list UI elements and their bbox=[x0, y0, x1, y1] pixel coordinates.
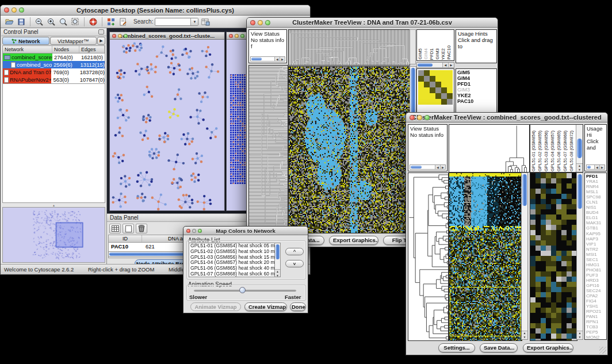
gene-label[interactable]: PHO81 bbox=[586, 267, 605, 273]
gene-label[interactable]: KAP95 bbox=[586, 231, 605, 236]
gene-label[interactable]: TCB3 bbox=[586, 324, 605, 329]
col-edges[interactable]: Edges bbox=[79, 46, 105, 53]
treeview1-titlebar[interactable]: ClusterMaker TreeView : DNA and Tran 07-… bbox=[247, 18, 498, 28]
column-label[interactable]: GPL51-04 (GSM857) bbox=[550, 131, 556, 171]
gene-label[interactable]: PFD1 bbox=[586, 174, 605, 179]
gene-label[interactable]: VIP1 bbox=[586, 242, 605, 247]
col-id[interactable]: ID bbox=[109, 235, 142, 242]
float-panel-icon[interactable] bbox=[98, 29, 104, 35]
matrix-row-label[interactable]: YKE2 bbox=[457, 93, 495, 98]
usage-hints-scrollbar[interactable]: ◀▶ bbox=[586, 164, 605, 170]
save-data-button[interactable]: Save Data... bbox=[480, 343, 518, 352]
column-label[interactable]: GPL51-08 (GSM872) bbox=[569, 131, 575, 171]
row-dendrogram[interactable] bbox=[248, 65, 288, 233]
gene-label[interactable]: PEP5 bbox=[586, 329, 605, 335]
zoom-button[interactable] bbox=[198, 229, 202, 233]
gene-label[interactable]: HAP3 bbox=[586, 236, 605, 242]
gene-label[interactable]: YSH1 bbox=[586, 304, 605, 309]
gene-label[interactable]: HRD3 bbox=[586, 278, 605, 283]
gene-label[interactable]: NTR2 bbox=[586, 247, 605, 252]
zoom-out-icon[interactable] bbox=[34, 17, 44, 27]
column-labels-scrollbar[interactable]: ▲▼ bbox=[576, 125, 583, 172]
export-graphics-button[interactable]: Export Graphics... bbox=[523, 343, 573, 352]
zoom-button[interactable] bbox=[424, 115, 430, 120]
zoom-in-icon[interactable] bbox=[46, 17, 56, 27]
minimize-button[interactable] bbox=[258, 20, 263, 25]
heatmap-vscrollbar[interactable]: ▲▼ bbox=[521, 173, 528, 340]
results-table-icon[interactable] bbox=[200, 17, 211, 27]
gene-label[interactable]: YRA1 bbox=[586, 179, 605, 184]
minimize-button[interactable] bbox=[235, 34, 239, 38]
move-up-button[interactable]: ^ bbox=[285, 248, 304, 255]
matrix-column-label[interactable]: PFD1 bbox=[429, 48, 435, 60]
gene-label[interactable]: NIS1 bbox=[586, 205, 605, 210]
close-button[interactable] bbox=[250, 20, 255, 25]
gene-label[interactable]: RPN1 bbox=[586, 319, 605, 324]
move-down-button[interactable]: v bbox=[285, 260, 304, 267]
minimize-button[interactable] bbox=[417, 115, 422, 120]
gene-label[interactable]: MSI1 bbox=[586, 252, 605, 257]
treeview2-titlebar[interactable]: ClusterMaker TreeView : combined_scores_… bbox=[406, 113, 607, 122]
done-button[interactable]: Done bbox=[290, 302, 306, 311]
matrix-column-label[interactable]: GIM3 bbox=[435, 48, 441, 60]
cytoscape-titlebar[interactable]: Cytoscape Desktop (Session Name: collins… bbox=[1, 5, 310, 16]
gene-label[interactable]: SPC98 bbox=[586, 194, 605, 200]
settings-button[interactable]: Settings... bbox=[438, 343, 475, 352]
heatmap-canvas[interactable] bbox=[449, 173, 522, 341]
import-network-icon[interactable] bbox=[106, 17, 116, 27]
annotation-icon[interactable] bbox=[118, 17, 128, 27]
minimize-button[interactable] bbox=[12, 7, 17, 13]
network-row[interactable]: DNA and Tran 07769(0)183728(0) bbox=[3, 68, 105, 76]
animate-vizmap-button[interactable]: Animate Vizmap bbox=[190, 302, 241, 311]
matrix-row-label[interactable]: GIM3 bbox=[457, 87, 495, 93]
gene-label[interactable]: CLN1 bbox=[586, 200, 605, 205]
gene-label[interactable]: FIG4 bbox=[586, 298, 605, 304]
attribute-item[interactable]: GPL51-07 (GSM868) heat shock 60 min bbox=[189, 271, 280, 277]
gene-label[interactable]: SEC1 bbox=[586, 257, 605, 262]
matrix-row-label[interactable]: PAC10 bbox=[457, 98, 495, 104]
matrix-column-label[interactable]: PAC10 bbox=[446, 45, 452, 60]
splitter-handle[interactable]: ▲ bbox=[1, 203, 106, 207]
zoom-heatmap-canvas[interactable] bbox=[530, 173, 577, 341]
column-label[interactable]: GPL51-07 (GSM868) bbox=[563, 131, 569, 171]
export-graphics-button[interactable]: Export Graphics... bbox=[329, 236, 378, 245]
row-dendrogram[interactable] bbox=[408, 173, 449, 341]
gene-label[interactable]: HMG1 bbox=[586, 262, 605, 267]
gene-label[interactable]: RNR4 bbox=[586, 184, 605, 189]
tab-network[interactable]: Network bbox=[2, 37, 49, 45]
tab-vizmapper[interactable]: VizMapper™ bbox=[50, 37, 97, 45]
matrix-hscrollbar[interactable]: ◀▶ bbox=[416, 62, 454, 68]
network-row[interactable]: RNAPuberNov2+563(0)107847(0) bbox=[3, 76, 105, 83]
gene-label[interactable]: MAK31 bbox=[586, 220, 605, 225]
column-dendrogram[interactable] bbox=[449, 124, 530, 173]
close-button[interactable] bbox=[186, 229, 190, 233]
close-button[interactable] bbox=[4, 7, 9, 13]
tab-overflow-arrow[interactable]: ▶ bbox=[97, 37, 105, 45]
gene-label[interactable]: SEC24 bbox=[586, 288, 605, 293]
close-button[interactable] bbox=[410, 115, 415, 120]
matrix-row-label[interactable]: GIM4 bbox=[457, 75, 495, 81]
speed-slider-thumb[interactable] bbox=[239, 287, 246, 293]
network-row[interactable]: combined_scores2764(0)16218(0) bbox=[3, 53, 105, 61]
resize-grip[interactable] bbox=[599, 347, 606, 354]
network-overview[interactable] bbox=[2, 207, 105, 263]
network-row[interactable]: combined_sco2569(6)13112(15) bbox=[3, 61, 105, 68]
zoom-button[interactable] bbox=[19, 7, 24, 13]
network-view-titlebar[interactable]: combined_scores_good.txt--cluste... bbox=[110, 32, 224, 40]
matrix-row-label[interactable]: PFD1 bbox=[457, 81, 495, 87]
column-label[interactable]: GPL51-03 (GSM856) bbox=[544, 131, 550, 171]
heatmap-canvas[interactable] bbox=[288, 66, 410, 233]
search-input[interactable]: ▼ bbox=[155, 18, 198, 26]
column-label[interactable]: GPL51-01 (GSM854) bbox=[531, 131, 537, 171]
matrix-column-label[interactable]: GIM5 bbox=[418, 48, 423, 60]
table-mode-icon[interactable] bbox=[109, 224, 121, 233]
gene-label[interactable]: PUF3 bbox=[586, 273, 605, 278]
delete-attribute-icon[interactable] bbox=[136, 224, 147, 233]
gene-label[interactable]: GTB1 bbox=[586, 225, 605, 231]
gene-label[interactable]: PAN1 bbox=[586, 314, 605, 319]
column-dendrogram[interactable] bbox=[288, 29, 410, 66]
minimize-button[interactable] bbox=[192, 229, 196, 233]
zoom-button[interactable] bbox=[265, 20, 270, 25]
network-canvas[interactable] bbox=[110, 40, 224, 210]
minimize-button[interactable] bbox=[118, 34, 122, 38]
